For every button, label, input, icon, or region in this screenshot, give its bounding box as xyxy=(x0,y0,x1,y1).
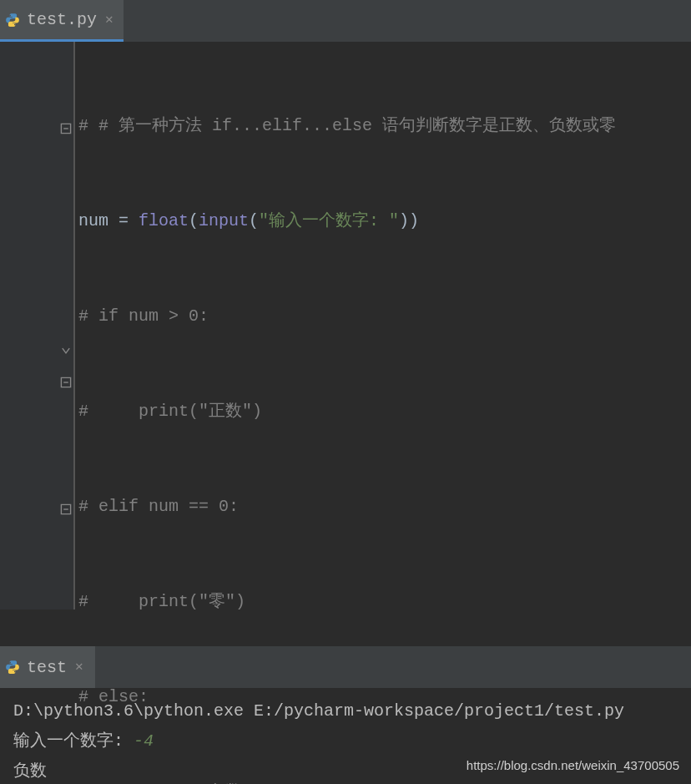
code-editor[interactable]: # # 第一种方法 if...elif...else 语句判断数字是正数、负数或… xyxy=(75,42,691,609)
python-file-icon xyxy=(5,13,20,28)
code-comment: # # 第一种方法 if...elif...else 语句判断数字是正数、负数或… xyxy=(78,110,616,142)
editor-tab-bar: test.py ✕ xyxy=(0,0,691,42)
editor-tab-title: test.py xyxy=(27,10,97,29)
fold-collapse-icon[interactable] xyxy=(60,123,72,134)
editor-area: # # 第一种方法 if...elif...else 语句判断数字是正数、负数或… xyxy=(0,42,691,609)
console-user-input: -4 xyxy=(134,731,154,751)
watermark-text: https://blog.csdn.net/weixin_43700505 xyxy=(467,758,679,772)
console-line: D:\python3.6\python.exe E:/pycharm-works… xyxy=(13,696,678,726)
fold-collapse-icon[interactable] xyxy=(60,503,72,515)
close-icon[interactable]: ✕ xyxy=(73,659,85,675)
console-tab-title: test xyxy=(27,658,67,677)
editor-tab-test-py[interactable]: test.py ✕ xyxy=(0,0,124,42)
fold-expand-icon[interactable] xyxy=(60,345,72,357)
fold-collapse-icon[interactable] xyxy=(60,377,72,388)
close-icon[interactable]: ✕ xyxy=(103,12,115,28)
gutter xyxy=(0,42,75,609)
console-tab-test[interactable]: test ✕ xyxy=(0,646,95,688)
python-run-icon xyxy=(5,660,20,675)
